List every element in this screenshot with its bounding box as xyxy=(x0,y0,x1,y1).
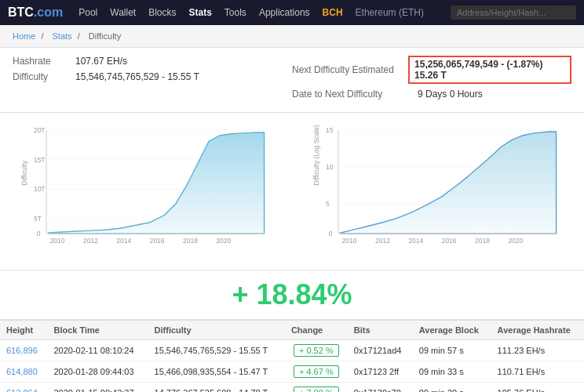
date-next-value: 9 Days 0 Hours xyxy=(418,89,483,100)
svg-text:2016: 2016 xyxy=(442,237,457,245)
svg-text:Difficulty (Log Scale): Difficulty (Log Scale) xyxy=(312,125,320,186)
nav-applications[interactable]: Applications xyxy=(259,7,310,18)
cell-avg-hashrate: 105.76 EH/s xyxy=(491,383,584,393)
next-difficulty-row: Next Difficulty Estimated 15,256,065,749… xyxy=(292,56,571,84)
svg-text:2018: 2018 xyxy=(183,237,198,245)
cell-block-time: 2020-01-28 09:44:03 xyxy=(47,361,148,383)
difficulty-row: Difficulty 15,546,745,765,529 - 15.55 T xyxy=(13,71,292,82)
svg-text:10: 10 xyxy=(326,163,334,171)
col-avg-block: Average Block xyxy=(413,321,491,340)
col-difficulty: Difficulty xyxy=(148,321,285,340)
table-row: 616,896 2020-02-11 08:10:24 15,546,745,7… xyxy=(0,340,584,361)
nav-pool[interactable]: Pool xyxy=(78,7,97,18)
hashrate-value: 107.67 EH/s xyxy=(75,56,127,67)
difficulty-label: Difficulty xyxy=(13,71,75,82)
date-next-label: Date to Next Difficulty xyxy=(292,89,418,100)
breadcrumb: Home / Stats / Difficulty xyxy=(0,25,584,48)
charts-row: 20T 15T 10T 5T 0 2010 2012 2014 2016 201… xyxy=(0,113,584,270)
next-difficulty-label: Next Difficulty Estimated xyxy=(292,64,408,75)
svg-text:5: 5 xyxy=(326,200,330,208)
cell-change: + 7.08 % xyxy=(285,383,348,393)
cell-difficulty: 15,466,098,935,554 - 15.47 T xyxy=(148,361,285,383)
table-row: 614,880 2020-01-28 09:44:03 15,466,098,9… xyxy=(0,361,584,383)
svg-text:2014: 2014 xyxy=(408,237,423,245)
chart-difficulty-log: 15 10 5 0 2010 2012 2014 2016 2018 2020 … xyxy=(292,113,584,270)
cell-avg-block: 09 min 20 s xyxy=(413,383,491,393)
svg-text:0: 0 xyxy=(37,230,41,238)
col-change: Change xyxy=(285,321,348,340)
cell-difficulty: 14,776,367,535,688 - 14.78 T xyxy=(148,383,285,393)
svg-text:2016: 2016 xyxy=(150,237,165,245)
hashrate-label: Hashrate xyxy=(13,56,75,67)
svg-text:Difficulty: Difficulty xyxy=(20,160,28,186)
cell-height[interactable]: 614,880 xyxy=(0,361,47,383)
date-next-row: Date to Next Difficulty 9 Days 0 Hours xyxy=(292,89,571,100)
difficulty-log-chart-svg: 15 10 5 0 2010 2012 2014 2016 2018 2020 … xyxy=(298,119,578,245)
nav-stats[interactable]: Stats xyxy=(189,7,212,18)
stat-left: Hashrate 107.67 EH/s Difficulty 15,546,7… xyxy=(13,56,292,104)
svg-text:2020: 2020 xyxy=(216,237,231,245)
svg-text:20T: 20T xyxy=(34,126,46,134)
col-height: Height xyxy=(0,321,47,340)
stat-right: Next Difficulty Estimated 15,256,065,749… xyxy=(292,56,571,104)
col-bits: Bits xyxy=(348,321,413,340)
svg-text:2012: 2012 xyxy=(83,237,98,245)
svg-text:2012: 2012 xyxy=(375,237,390,245)
col-block-time: Block Time xyxy=(47,321,148,340)
big-percent: + 18.84% xyxy=(0,270,584,320)
cell-height[interactable]: 612,864 xyxy=(0,383,47,393)
svg-text:15T: 15T xyxy=(34,156,46,164)
cell-block-time: 2020-02-11 08:10:24 xyxy=(47,340,148,361)
cell-avg-hashrate: 111.23 EH/s xyxy=(491,340,584,361)
svg-text:10T: 10T xyxy=(34,185,46,193)
cell-avg-block: 09 min 57 s xyxy=(413,340,491,361)
cell-height[interactable]: 616,896 xyxy=(0,340,47,361)
cell-bits: 0x17123 2ff xyxy=(348,361,413,383)
cell-bits: 0x17121ad4 xyxy=(348,340,413,361)
logo[interactable]: BTC.com xyxy=(8,5,63,20)
cell-bits: 0x17130c78 xyxy=(348,383,413,393)
next-difficulty-value: 15,256,065,749,549 - (-1.87%) 15.26 T xyxy=(408,56,571,84)
breadcrumb-current: Difficulty xyxy=(89,31,121,41)
difficulty-chart-svg: 20T 15T 10T 5T 0 2010 2012 2014 2016 201… xyxy=(6,119,286,245)
svg-text:2010: 2010 xyxy=(342,237,357,245)
svg-text:2010: 2010 xyxy=(50,237,65,245)
svg-text:0: 0 xyxy=(329,230,333,238)
cell-change: + 0.52 % xyxy=(285,340,348,361)
difficulty-value: 15,546,745,765,529 - 15.55 T xyxy=(75,71,199,82)
svg-text:5T: 5T xyxy=(34,215,42,223)
difficulty-table: Height Block Time Difficulty Change Bits… xyxy=(0,320,584,392)
cell-difficulty: 15,546,745,765,529 - 15.55 T xyxy=(148,340,285,361)
cell-avg-block: 09 min 33 s xyxy=(413,361,491,383)
cell-avg-hashrate: 110.71 EH/s xyxy=(491,361,584,383)
chart-difficulty: 20T 15T 10T 5T 0 2010 2012 2014 2016 201… xyxy=(0,113,292,270)
table-header-row: Height Block Time Difficulty Change Bits… xyxy=(0,321,584,340)
search-input[interactable] xyxy=(451,5,576,20)
nav-blocks[interactable]: Blocks xyxy=(148,7,176,18)
cell-change: + 4.67 % xyxy=(285,361,348,383)
nav-bch[interactable]: BCH xyxy=(323,7,343,18)
hashrate-row: Hashrate 107.67 EH/s xyxy=(13,56,292,67)
svg-text:2020: 2020 xyxy=(508,237,523,245)
svg-text:2018: 2018 xyxy=(475,237,490,245)
svg-text:2014: 2014 xyxy=(116,237,131,245)
stats-section: Hashrate 107.67 EH/s Difficulty 15,546,7… xyxy=(0,48,584,113)
nav-wallet[interactable]: Wallet xyxy=(110,7,136,18)
svg-text:15: 15 xyxy=(326,126,334,134)
col-avg-hashrate: Average Hashrate xyxy=(491,321,584,340)
nav-tools[interactable]: Tools xyxy=(224,7,246,18)
cell-block-time: 2020-01-15 00:42:37 xyxy=(47,383,148,393)
nav-eth[interactable]: Ethereum (ETH) xyxy=(356,7,424,18)
breadcrumb-home[interactable]: Home xyxy=(13,31,35,41)
table-row: 612,864 2020-01-15 00:42:37 14,776,367,5… xyxy=(0,383,584,393)
header: BTC.com Pool Wallet Blocks Stats Tools A… xyxy=(0,0,584,25)
breadcrumb-stats[interactable]: Stats xyxy=(53,31,72,41)
